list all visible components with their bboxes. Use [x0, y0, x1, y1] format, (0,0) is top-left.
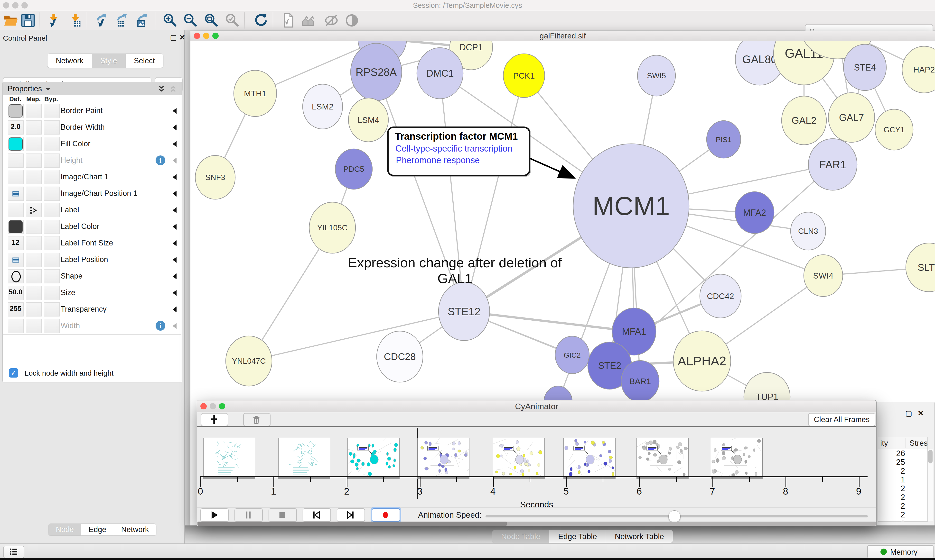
property-row-label[interactable]: Label	[3, 202, 181, 219]
property-cell[interactable]	[44, 269, 60, 283]
table-tab-network-table[interactable]: Network Table	[606, 530, 673, 543]
zoom-fit-icon[interactable]	[204, 13, 219, 28]
expand-all-icon[interactable]	[157, 85, 166, 93]
network-node-ste12[interactable]: STE12	[438, 282, 490, 341]
table-tab-edge-table[interactable]: Edge Table	[549, 530, 606, 543]
property-row-fill-color[interactable]: Fill Color	[3, 136, 181, 153]
network-node-gal2[interactable]: GAL2	[782, 96, 826, 145]
network-node-cdc28[interactable]: CDC28	[376, 331, 423, 382]
property-row-label-font-size[interactable]: 12Label Font Size	[3, 235, 181, 252]
network-node-alpha2[interactable]: ALPHA2	[673, 331, 731, 391]
save-session-icon[interactable]	[20, 13, 35, 28]
property-cell[interactable]	[8, 170, 24, 184]
property-cell[interactable]	[26, 269, 42, 283]
collapse-all-icon[interactable]	[169, 85, 177, 93]
property-row-border-paint[interactable]: Border Paint	[3, 103, 181, 120]
network-node-gcy1[interactable]: GCY1	[875, 109, 913, 150]
property-cell[interactable]	[44, 104, 60, 118]
disclosure-icon[interactable]	[173, 191, 176, 197]
property-cell[interactable]	[44, 170, 60, 184]
property-cell[interactable]	[26, 253, 42, 267]
network-node-lsm2[interactable]: LSM2	[302, 84, 343, 129]
table-cell-value[interactable]: 2	[878, 510, 927, 519]
property-cell[interactable]	[26, 120, 42, 134]
lock-size-checkbox[interactable]: ✓	[9, 368, 18, 378]
maximize-window-icon[interactable]	[212, 32, 219, 39]
delete-frame-button[interactable]	[243, 413, 270, 426]
disclosure-icon[interactable]	[173, 290, 176, 296]
property-cell[interactable]	[44, 220, 60, 234]
network-node-pis1[interactable]: PIS1	[707, 121, 741, 158]
annotation-callout[interactable]: Transcription factor MCM1 Cell-type-spec…	[387, 126, 530, 176]
property-cell[interactable]	[44, 253, 60, 267]
property-cell[interactable]	[8, 154, 24, 168]
default-value[interactable]: 2.0	[8, 123, 23, 131]
frame-thumbnail-4[interactable]	[493, 438, 545, 477]
canvas-caption[interactable]: Expression change after deletion of GAL1	[338, 255, 572, 286]
disclosure-icon[interactable]	[173, 224, 176, 230]
property-cell[interactable]	[8, 203, 24, 217]
property-row-transparency[interactable]: 255Transparency	[3, 301, 181, 318]
disclosure-icon[interactable]	[173, 125, 176, 131]
frame-thumbnail-1[interactable]	[278, 438, 330, 477]
float-panel-icon[interactable]: ▢	[905, 409, 912, 417]
disclosure-icon[interactable]	[173, 240, 176, 246]
property-row-border-width[interactable]: 2.0Border Width	[3, 119, 181, 136]
skip-end-button[interactable]	[337, 508, 365, 522]
open-session-icon[interactable]	[3, 13, 19, 28]
properties-header[interactable]: Properties	[2, 82, 182, 95]
memory-button[interactable]: Memory	[867, 545, 933, 558]
import-network-icon[interactable]	[46, 13, 61, 28]
property-cell[interactable]	[26, 186, 42, 201]
style-tab-node[interactable]: Node	[48, 524, 81, 535]
table-cell-value[interactable]: 26	[878, 449, 927, 458]
network-node-lsm4[interactable]: LSM4	[349, 98, 388, 142]
property-cell[interactable]	[44, 319, 60, 333]
snapshot-icon[interactable]	[281, 13, 296, 28]
info-icon[interactable]: i	[156, 155, 165, 165]
discrete-mapping-icon[interactable]	[29, 206, 38, 215]
close-panel-icon[interactable]: ✕	[179, 33, 185, 42]
zoom-in-icon[interactable]	[163, 13, 178, 28]
property-cell[interactable]	[44, 236, 60, 250]
disclosure-icon[interactable]	[173, 108, 176, 114]
property-row-height[interactable]: Heighti	[3, 152, 181, 169]
close-window-icon[interactable]	[201, 403, 207, 409]
minimize-window-icon[interactable]	[203, 32, 210, 39]
network-node-ste4[interactable]: STE4	[844, 44, 886, 91]
minimize-window-icon[interactable]	[12, 2, 19, 9]
disclosure-icon[interactable]	[173, 274, 176, 279]
network-node-cln3[interactable]: CLN3	[791, 212, 825, 250]
group-icon[interactable]	[301, 13, 316, 28]
export-network-icon[interactable]	[94, 13, 110, 28]
frame-thumbnail-0[interactable]	[203, 438, 255, 477]
tab-network[interactable]: Network	[48, 54, 92, 68]
timeline-scrollbar[interactable]	[197, 522, 876, 526]
network-node-swi5[interactable]: SWI5	[637, 55, 676, 96]
table-cell-value[interactable]: 2	[878, 502, 927, 510]
style-tab-network[interactable]: Network	[114, 524, 156, 535]
table-cell-value[interactable]: 1	[878, 475, 927, 484]
pause-button[interactable]	[235, 508, 263, 522]
style-tab-edge[interactable]: Edge	[81, 524, 114, 535]
skip-start-button[interactable]	[302, 508, 331, 522]
record-button[interactable]	[372, 508, 400, 522]
table-cell-value[interactable]: 2	[878, 492, 927, 502]
network-node-mth1[interactable]: MTH1	[234, 70, 276, 117]
disclosure-icon[interactable]	[173, 207, 176, 213]
table-header-row[interactable]: ity Stres	[878, 437, 928, 449]
disclosure-icon[interactable]	[173, 158, 176, 163]
property-row-label-position[interactable]: Label Position	[3, 252, 181, 269]
property-row-shape[interactable]: Shape	[3, 268, 181, 285]
table-cell-value[interactable]: 2	[878, 519, 927, 522]
network-node-gal7[interactable]: GAL7	[829, 93, 875, 142]
hide-icon[interactable]	[324, 13, 339, 28]
show-icon[interactable]	[344, 13, 359, 28]
network-window-titlebar[interactable]: galFiltered.sif	[190, 31, 935, 42]
network-node-pck1[interactable]: PCK1	[503, 54, 545, 98]
frame-thumbnail-3[interactable]	[417, 438, 469, 477]
property-cell[interactable]	[26, 220, 42, 234]
network-node-rps28a[interactable]: RPS28A	[350, 43, 402, 101]
frame-thumbnail-6[interactable]	[636, 438, 688, 477]
disclosure-icon[interactable]	[173, 257, 176, 263]
